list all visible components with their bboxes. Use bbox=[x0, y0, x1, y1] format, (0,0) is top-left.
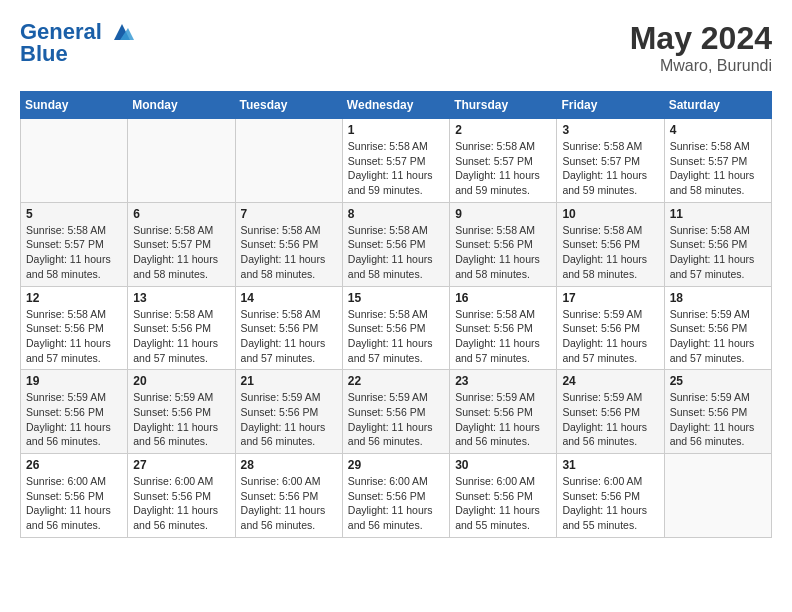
sunset-text: Sunset: 5:56 PM bbox=[455, 321, 551, 336]
sunset-text: Sunset: 5:56 PM bbox=[562, 237, 658, 252]
table-cell: 4Sunrise: 5:58 AMSunset: 5:57 PMDaylight… bbox=[664, 119, 771, 203]
sunrise-text: Sunrise: 5:58 AM bbox=[348, 139, 444, 154]
table-cell bbox=[128, 119, 235, 203]
table-cell: 14Sunrise: 5:58 AMSunset: 5:56 PMDayligh… bbox=[235, 286, 342, 370]
sunrise-text: Sunrise: 6:00 AM bbox=[26, 474, 122, 489]
sunrise-text: Sunrise: 6:00 AM bbox=[455, 474, 551, 489]
sunrise-text: Sunrise: 5:58 AM bbox=[348, 223, 444, 238]
day-number: 2 bbox=[455, 123, 551, 137]
table-cell: 9Sunrise: 5:58 AMSunset: 5:56 PMDaylight… bbox=[450, 202, 557, 286]
sunrise-text: Sunrise: 5:58 AM bbox=[241, 307, 337, 322]
day-info: Sunrise: 5:58 AMSunset: 5:57 PMDaylight:… bbox=[348, 139, 444, 198]
sunset-text: Sunset: 5:57 PM bbox=[455, 154, 551, 169]
table-cell bbox=[21, 119, 128, 203]
sunset-text: Sunset: 5:56 PM bbox=[26, 405, 122, 420]
day-info: Sunrise: 6:00 AMSunset: 5:56 PMDaylight:… bbox=[455, 474, 551, 533]
day-info: Sunrise: 5:58 AMSunset: 5:56 PMDaylight:… bbox=[348, 223, 444, 282]
day-info: Sunrise: 5:58 AMSunset: 5:56 PMDaylight:… bbox=[455, 223, 551, 282]
day-info: Sunrise: 5:59 AMSunset: 5:56 PMDaylight:… bbox=[133, 390, 229, 449]
sunrise-text: Sunrise: 5:59 AM bbox=[133, 390, 229, 405]
day-info: Sunrise: 5:58 AMSunset: 5:57 PMDaylight:… bbox=[455, 139, 551, 198]
col-tuesday: Tuesday bbox=[235, 92, 342, 119]
day-info: Sunrise: 5:59 AMSunset: 5:56 PMDaylight:… bbox=[348, 390, 444, 449]
sunset-text: Sunset: 5:56 PM bbox=[348, 489, 444, 504]
table-cell: 11Sunrise: 5:58 AMSunset: 5:56 PMDayligh… bbox=[664, 202, 771, 286]
day-info: Sunrise: 5:58 AMSunset: 5:56 PMDaylight:… bbox=[562, 223, 658, 282]
col-monday: Monday bbox=[128, 92, 235, 119]
day-number: 4 bbox=[670, 123, 766, 137]
day-number: 11 bbox=[670, 207, 766, 221]
day-info: Sunrise: 5:58 AMSunset: 5:56 PMDaylight:… bbox=[26, 307, 122, 366]
sunrise-text: Sunrise: 5:59 AM bbox=[26, 390, 122, 405]
sunrise-text: Sunrise: 5:58 AM bbox=[241, 223, 337, 238]
day-number: 30 bbox=[455, 458, 551, 472]
table-cell: 31Sunrise: 6:00 AMSunset: 5:56 PMDayligh… bbox=[557, 454, 664, 538]
table-cell: 8Sunrise: 5:58 AMSunset: 5:56 PMDaylight… bbox=[342, 202, 449, 286]
daylight-text: Daylight: 11 hours and 57 minutes. bbox=[348, 336, 444, 365]
sunset-text: Sunset: 5:56 PM bbox=[455, 489, 551, 504]
sunrise-text: Sunrise: 5:58 AM bbox=[562, 139, 658, 154]
day-number: 21 bbox=[241, 374, 337, 388]
daylight-text: Daylight: 11 hours and 57 minutes. bbox=[670, 336, 766, 365]
day-number: 7 bbox=[241, 207, 337, 221]
daylight-text: Daylight: 11 hours and 56 minutes. bbox=[26, 420, 122, 449]
daylight-text: Daylight: 11 hours and 57 minutes. bbox=[562, 336, 658, 365]
sunrise-text: Sunrise: 5:59 AM bbox=[562, 390, 658, 405]
sunset-text: Sunset: 5:56 PM bbox=[670, 405, 766, 420]
day-info: Sunrise: 5:58 AMSunset: 5:56 PMDaylight:… bbox=[455, 307, 551, 366]
daylight-text: Daylight: 11 hours and 57 minutes. bbox=[455, 336, 551, 365]
daylight-text: Daylight: 11 hours and 56 minutes. bbox=[670, 420, 766, 449]
day-number: 25 bbox=[670, 374, 766, 388]
day-number: 14 bbox=[241, 291, 337, 305]
day-info: Sunrise: 5:58 AMSunset: 5:56 PMDaylight:… bbox=[241, 223, 337, 282]
daylight-text: Daylight: 11 hours and 59 minutes. bbox=[455, 168, 551, 197]
day-info: Sunrise: 5:59 AMSunset: 5:56 PMDaylight:… bbox=[670, 307, 766, 366]
day-number: 1 bbox=[348, 123, 444, 137]
daylight-text: Daylight: 11 hours and 56 minutes. bbox=[241, 503, 337, 532]
sunrise-text: Sunrise: 5:59 AM bbox=[670, 390, 766, 405]
table-cell bbox=[664, 454, 771, 538]
logo-blue: Blue bbox=[20, 42, 134, 66]
daylight-text: Daylight: 11 hours and 58 minutes. bbox=[348, 252, 444, 281]
table-cell: 10Sunrise: 5:58 AMSunset: 5:56 PMDayligh… bbox=[557, 202, 664, 286]
day-info: Sunrise: 6:00 AMSunset: 5:56 PMDaylight:… bbox=[133, 474, 229, 533]
daylight-text: Daylight: 11 hours and 56 minutes. bbox=[455, 420, 551, 449]
logo-icon bbox=[110, 22, 134, 44]
day-info: Sunrise: 5:58 AMSunset: 5:57 PMDaylight:… bbox=[133, 223, 229, 282]
sunrise-text: Sunrise: 5:58 AM bbox=[455, 223, 551, 238]
col-thursday: Thursday bbox=[450, 92, 557, 119]
day-info: Sunrise: 5:58 AMSunset: 5:56 PMDaylight:… bbox=[348, 307, 444, 366]
col-wednesday: Wednesday bbox=[342, 92, 449, 119]
sunrise-text: Sunrise: 5:58 AM bbox=[455, 139, 551, 154]
table-cell: 21Sunrise: 5:59 AMSunset: 5:56 PMDayligh… bbox=[235, 370, 342, 454]
sunrise-text: Sunrise: 5:58 AM bbox=[455, 307, 551, 322]
table-cell: 5Sunrise: 5:58 AMSunset: 5:57 PMDaylight… bbox=[21, 202, 128, 286]
sunset-text: Sunset: 5:56 PM bbox=[241, 489, 337, 504]
location: Mwaro, Burundi bbox=[630, 57, 772, 75]
sunrise-text: Sunrise: 5:58 AM bbox=[133, 223, 229, 238]
daylight-text: Daylight: 11 hours and 56 minutes. bbox=[26, 503, 122, 532]
table-cell: 13Sunrise: 5:58 AMSunset: 5:56 PMDayligh… bbox=[128, 286, 235, 370]
day-number: 3 bbox=[562, 123, 658, 137]
sunset-text: Sunset: 5:57 PM bbox=[26, 237, 122, 252]
day-number: 26 bbox=[26, 458, 122, 472]
day-info: Sunrise: 5:58 AMSunset: 5:56 PMDaylight:… bbox=[241, 307, 337, 366]
sunrise-text: Sunrise: 6:00 AM bbox=[241, 474, 337, 489]
day-number: 12 bbox=[26, 291, 122, 305]
sunset-text: Sunset: 5:57 PM bbox=[133, 237, 229, 252]
daylight-text: Daylight: 11 hours and 56 minutes. bbox=[133, 420, 229, 449]
day-number: 9 bbox=[455, 207, 551, 221]
day-info: Sunrise: 6:00 AMSunset: 5:56 PMDaylight:… bbox=[562, 474, 658, 533]
table-cell: 18Sunrise: 5:59 AMSunset: 5:56 PMDayligh… bbox=[664, 286, 771, 370]
day-info: Sunrise: 5:58 AMSunset: 5:57 PMDaylight:… bbox=[562, 139, 658, 198]
table-cell: 2Sunrise: 5:58 AMSunset: 5:57 PMDaylight… bbox=[450, 119, 557, 203]
table-cell: 23Sunrise: 5:59 AMSunset: 5:56 PMDayligh… bbox=[450, 370, 557, 454]
sunrise-text: Sunrise: 5:59 AM bbox=[562, 307, 658, 322]
page-header: General Blue May 2024 Mwaro, Burundi bbox=[20, 20, 772, 75]
day-info: Sunrise: 6:00 AMSunset: 5:56 PMDaylight:… bbox=[26, 474, 122, 533]
calendar-week-2: 5Sunrise: 5:58 AMSunset: 5:57 PMDaylight… bbox=[21, 202, 772, 286]
sunrise-text: Sunrise: 5:58 AM bbox=[348, 307, 444, 322]
sunrise-text: Sunrise: 5:59 AM bbox=[348, 390, 444, 405]
sunset-text: Sunset: 5:56 PM bbox=[455, 405, 551, 420]
day-number: 17 bbox=[562, 291, 658, 305]
